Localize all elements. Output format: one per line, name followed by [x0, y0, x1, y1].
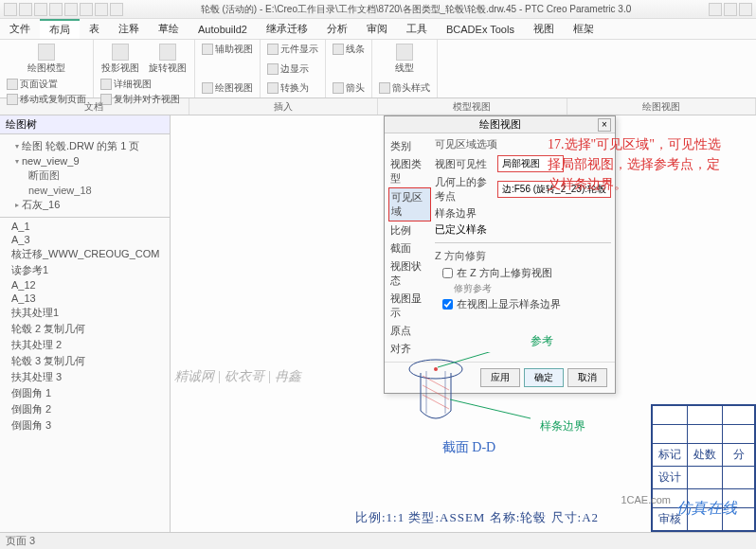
tree-header: 绘图树 — [0, 115, 170, 134]
close-doc-icon[interactable] — [110, 3, 123, 16]
drawing-model-button[interactable]: 绘图模型 — [6, 42, 87, 77]
section-caption: 截面 D-D — [374, 439, 564, 456]
cat-display[interactable]: 视图显示 — [388, 290, 431, 322]
show-spline-checkbox[interactable]: 在视图上显示样条边界 — [442, 297, 611, 311]
tab-review[interactable]: 审阅 — [357, 20, 397, 38]
cat-origin[interactable]: 原点 — [388, 322, 431, 340]
list-item[interactable]: A_1 — [2, 220, 168, 233]
list-item[interactable]: 倒圆角 3 — [2, 417, 168, 434]
drawing-canvas[interactable]: 1CAE.COM 绘图视图 × 类别 视图类型 可见区域 比例 截面 视图状态 … — [171, 115, 756, 532]
cat-state[interactable]: 视图状态 — [388, 257, 431, 290]
list-item[interactable]: 核迁移_WWW_CREOUG_COM — [2, 246, 168, 262]
drawing-view-button[interactable]: 绘图视图 — [201, 80, 254, 96]
list-item[interactable]: 扶其处理 3 — [2, 369, 168, 385]
tab-autobuild[interactable]: Autobuild2 — [189, 22, 257, 37]
watermark-cae: 1CAE.com — [621, 494, 671, 505]
rotate-icon — [159, 44, 176, 61]
cat-viewtype[interactable]: 视图类型 — [388, 155, 431, 187]
linetype-button[interactable]: 线型 — [378, 42, 431, 77]
spline-boundary-field[interactable]: 已定义样条 — [435, 222, 511, 237]
model-icon — [38, 44, 55, 61]
edge-icon — [267, 63, 279, 75]
list-item[interactable]: 倒圆角 2 — [2, 401, 168, 417]
line-button[interactable]: 线条 — [332, 42, 366, 57]
list-item[interactable]: 轮毂 3 复制几何 — [2, 353, 168, 369]
ribbon: 绘图模型 页面设置 移动或复制页面 投影视图 旋转视图 详细视图 复制并对齐视图… — [0, 40, 756, 98]
list-item[interactable]: 倒圆角 1 — [2, 385, 168, 401]
tab-annotate[interactable]: 注释 — [109, 20, 149, 38]
regen-icon[interactable] — [80, 3, 93, 16]
tab-bcadex[interactable]: BCADEx Tools — [437, 22, 524, 37]
aux-icon — [202, 44, 213, 55]
window-icon[interactable] — [95, 3, 108, 16]
detail-icon — [100, 79, 112, 90]
z-clip-checkbox[interactable]: 在 Z 方向上修剪视图 — [442, 266, 611, 280]
maximize-icon[interactable] — [724, 3, 737, 16]
list-item[interactable]: A_12 — [2, 278, 168, 292]
comp-icon — [267, 44, 279, 55]
subbar-doc: 文档 — [0, 98, 189, 115]
quick-access — [4, 3, 123, 16]
minimize-icon[interactable] — [709, 3, 722, 16]
edge-display-button[interactable]: 边显示 — [266, 62, 319, 77]
page-setup-button[interactable]: 页面设置 — [6, 77, 87, 92]
dialog-close-icon[interactable]: × — [598, 118, 611, 132]
section-drawing — [398, 352, 540, 437]
list-item[interactable]: A_13 — [2, 292, 168, 305]
new-icon[interactable] — [4, 3, 17, 16]
instruction-annotation: 17.选择"可见区域"，可见性选择局部视图，选择参考点，定义样条边界。 — [548, 134, 728, 194]
close-icon[interactable] — [739, 3, 752, 16]
tree-node-16[interactable]: 石灰_16 — [2, 197, 168, 213]
tab-inherit[interactable]: 继承迁移 — [257, 20, 317, 38]
redo-icon[interactable] — [64, 3, 78, 16]
arrowstyle-icon — [379, 82, 390, 94]
list-item[interactable]: 扶其处理1 — [2, 305, 168, 321]
clip-ref-button[interactable]: 修剪参考 — [454, 282, 611, 295]
menubar: 文件 布局 表 注释 草绘 Autobuild2 继承迁移 分析 审阅 工具 B… — [0, 19, 756, 40]
tab-layout[interactable]: 布局 — [40, 19, 80, 39]
spline-boundary-label: 样条边界 — [435, 206, 611, 221]
list-item[interactable]: 扶其处理 2 — [2, 337, 168, 353]
titlebar: 轮毂 (活动的) - E:\Creo工作目录\工作文档\8720\各图类型_轮毂… — [0, 0, 756, 19]
tab-tools[interactable]: 工具 — [397, 20, 437, 38]
open-icon[interactable] — [19, 3, 32, 16]
aux-view-button[interactable]: 辅助视图 — [201, 42, 254, 57]
convert-button[interactable]: 转换为 — [266, 80, 319, 96]
list-item[interactable]: 轮毂 2 复制几何 — [2, 321, 168, 337]
arrow-button[interactable]: 箭头 — [332, 80, 366, 96]
dialog-title: 绘图视图 × — [385, 116, 615, 133]
page-icon — [7, 79, 18, 90]
tree-node-view9[interactable]: new_view_9 — [2, 154, 168, 168]
linetype-icon — [396, 44, 413, 61]
tree-leaf-section[interactable]: 断面图 — [2, 168, 168, 184]
tab-table[interactable]: 表 — [80, 20, 109, 38]
tab-sketch[interactable]: 草绘 — [149, 20, 189, 38]
svg-line-9 — [438, 352, 521, 367]
detail-view-button[interactable]: 详细视图 — [99, 77, 189, 92]
visibility-label: 视图可见性 — [435, 157, 494, 171]
rotated-view-button[interactable]: 旋转视图 — [147, 42, 189, 77]
cat-section[interactable]: 截面 — [388, 239, 431, 257]
tab-file[interactable]: 文件 — [0, 20, 40, 38]
undo-icon[interactable] — [49, 3, 63, 16]
cat-visible-area[interactable]: 可见区域 — [388, 187, 431, 221]
arrow-style-button[interactable]: 箭头样式 — [378, 80, 431, 96]
drawing-tree[interactable]: 绘图 轮毂.DRW 的第 1 页 new_view_9 断面图 new_view… — [0, 134, 170, 217]
list-item[interactable]: A_3 — [2, 233, 168, 246]
line-icon — [333, 44, 344, 55]
cat-scale[interactable]: 比例 — [388, 221, 431, 239]
watermark-right: 仿真在线 — [676, 499, 737, 519]
list-item[interactable]: 读参考1 — [2, 262, 168, 278]
projection-view-button[interactable]: 投影视图 — [99, 42, 141, 77]
cancel-button[interactable]: 取消 — [567, 368, 607, 387]
window-title: 轮毂 (活动的) - E:\Creo工作目录\工作文档\8720\各图类型_轮毂… — [123, 3, 709, 16]
tab-view[interactable]: 视图 — [524, 20, 564, 38]
tab-frame[interactable]: 框架 — [564, 20, 603, 38]
projection-icon — [112, 44, 129, 61]
tree-leaf-view18[interactable]: new_view_18 — [2, 184, 168, 197]
ribbon-labels: 文档 插入 模型视图 绘图视图 — [0, 98, 756, 115]
tab-analysis[interactable]: 分析 — [317, 20, 357, 38]
model-tree[interactable]: A_1 A_3 核迁移_WWW_CREOUG_COM 读参考1 A_12 A_1… — [0, 217, 170, 532]
save-icon[interactable] — [34, 3, 47, 16]
comp-display-button[interactable]: 元件显示 — [266, 42, 319, 57]
